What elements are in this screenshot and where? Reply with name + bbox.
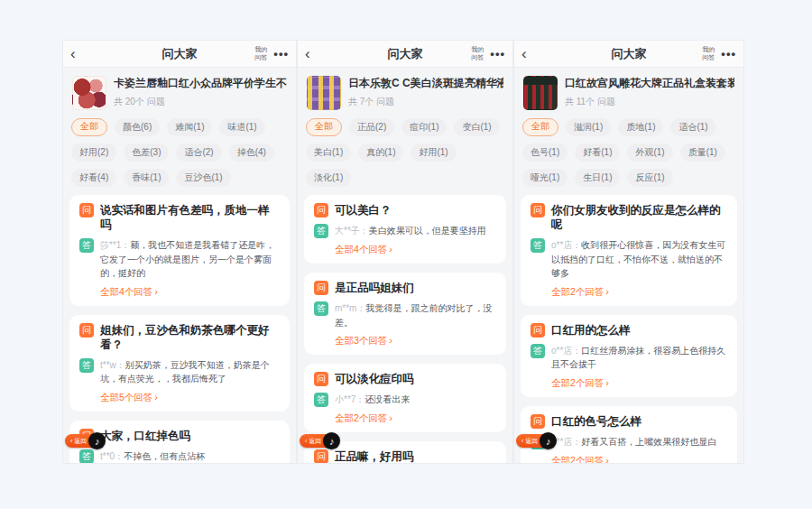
product-thumbnail (72, 76, 106, 110)
view-all-answers-link[interactable]: 全部3个回答› (335, 334, 496, 347)
filter-tag-all[interactable]: 全部 (71, 118, 107, 136)
back-chevron-icon: ‹ (521, 438, 523, 444)
product-question-count: 共 11个 问题 (565, 96, 734, 108)
filter-tag[interactable]: 好看(4) (71, 169, 116, 187)
view-all-answers-link[interactable]: 全部4个回答› (100, 285, 280, 298)
filter-tag[interactable]: 好看(1) (575, 143, 620, 162)
view-all-answers-link[interactable]: 全部2个回答› (551, 285, 727, 298)
filter-tags: 全部 颜色(6) 难闻(1) 味道(1) 好用(2) 色差(3) 适合(2) 掉… (63, 113, 296, 195)
answer-text: 不掉色，但有点沾杯 (124, 451, 205, 461)
answer-username: 莎**1： (100, 240, 130, 250)
filter-tag[interactable]: 正品(2) (349, 118, 394, 136)
question-card[interactable]: 问 口红用的怎么样 答 o**店：口红丝滑易涂抹，很容易上色很持久且不会拔干 全… (521, 315, 737, 397)
filter-tag-all[interactable]: 全部 (306, 118, 342, 136)
my-qa-button[interactable]: 我的问答 (254, 46, 267, 62)
filter-tag[interactable]: 好用(2) (71, 143, 116, 162)
filter-tag[interactable]: 豆沙色(1) (176, 169, 230, 187)
filter-tag[interactable]: 色差(3) (124, 143, 169, 162)
answer-username: o**店： (551, 240, 581, 250)
view-all-answers-link[interactable]: 全部2个回答› (551, 454, 727, 464)
filter-tag[interactable]: 质量(1) (680, 143, 725, 162)
filter-tag[interactable]: 滋润(1) (566, 118, 611, 136)
question-card[interactable]: 问 可以淡化痘印吗 答 小**7：还没看出来 全部2个回答› (304, 364, 506, 432)
product-summary[interactable]: 卡姿兰唇釉口红小众品牌平价学生不掉... 共 20个 问题 (63, 68, 296, 113)
chevron-right-icon: › (605, 454, 609, 464)
question-card[interactable]: 问 说实话和图片有色差吗，质地一样吗 答 莎**1：额，我也不知道是我看错了还是… (69, 195, 290, 306)
filter-tag[interactable]: 适合(2) (176, 143, 221, 162)
filter-tag[interactable]: 淡化(1) (306, 169, 351, 187)
return-label: 返回 (74, 437, 87, 446)
chevron-right-icon: › (154, 285, 158, 298)
answer-icon: 答 (79, 238, 94, 253)
back-icon[interactable]: ‹ (305, 46, 310, 61)
filter-tag[interactable]: 掉色(4) (229, 143, 274, 162)
product-thumbnail (307, 76, 341, 110)
question-text: 是正品吗姐妹们 (335, 281, 414, 295)
page-title: 问大家 (162, 46, 198, 62)
question-text: 姐妹们，豆沙色和奶茶色哪个更好看？ (100, 323, 280, 352)
qa-screen-2: ‹ 问大家 我的问答 ••• 日本乐敦C C美白淡斑提亮精华液 亮白... 共 … (298, 41, 512, 463)
filter-tag[interactable]: 美白(1) (306, 143, 351, 162)
more-icon[interactable]: ••• (490, 47, 505, 60)
filter-tags: 全部 正品(2) 痘印(1) 变白(1) 美白(1) 真的(1) 好用(1) 淡… (298, 113, 512, 195)
tiktok-icon: ♪ (540, 432, 557, 449)
question-icon: 问 (314, 281, 328, 295)
tiktok-return-badge[interactable]: ‹返回 ♪ (300, 432, 340, 449)
back-icon[interactable]: ‹ (521, 46, 527, 61)
tiktok-icon: ♪ (323, 432, 340, 449)
view-all-answers-link[interactable]: 全部5个回答› (100, 391, 280, 403)
more-icon[interactable]: ••• (721, 47, 736, 60)
header: ‹ 问大家 我的问答 ••• (514, 41, 743, 68)
question-icon: 问 (314, 372, 328, 386)
question-card[interactable]: 问 是正品吗姐妹们 答 m**m：我觉得是，跟之前的对比了，没差。 全部3个回答… (304, 273, 506, 355)
tiktok-icon: ♪ (88, 432, 106, 449)
tiktok-return-badge[interactable]: ‹返回 ♪ (516, 432, 557, 449)
filter-tag[interactable]: 变白(1) (454, 118, 499, 136)
filter-tag[interactable]: 生日(1) (575, 169, 620, 187)
my-qa-button[interactable]: 我的问答 (471, 46, 484, 62)
back-icon[interactable]: ‹ (70, 46, 76, 61)
product-summary[interactable]: 口红故宫风雕花大牌正品礼盒装套装女... 共 11个 问题 (514, 68, 743, 113)
product-title: 口红故宫风雕花大牌正品礼盒装套装女... (565, 76, 734, 91)
page-title: 问大家 (388, 46, 423, 62)
answer-text: 别买奶茶，豆沙我不知道，奶茶是个坑，有点荧光，，我都后悔死了 (100, 360, 270, 384)
filter-tag[interactable]: 外观(1) (627, 143, 672, 162)
my-qa-button[interactable]: 我的问答 (702, 46, 715, 62)
question-text: 可以淡化痘印吗 (335, 372, 414, 386)
view-all-answers-link[interactable]: 全部4个回答› (335, 243, 496, 255)
question-card[interactable]: 问 姐妹们，豆沙色和奶茶色哪个更好看？ 答 t**w：别买奶茶，豆沙我不知道，奶… (69, 315, 290, 412)
filter-tag[interactable]: 哑光(1) (522, 169, 567, 187)
view-all-answers-link[interactable]: 全部2个回答› (551, 376, 727, 389)
more-icon[interactable]: ••• (273, 47, 289, 60)
filter-tag[interactable]: 好用(1) (411, 143, 456, 162)
question-icon: 问 (531, 414, 545, 429)
filter-tag[interactable]: 痘印(1) (401, 118, 447, 136)
back-chevron-icon: ‹ (70, 438, 72, 444)
filter-tag[interactable]: 色号(1) (522, 143, 567, 162)
filter-tag[interactable]: 真的(1) (358, 143, 403, 162)
page-title: 问大家 (612, 46, 647, 62)
view-all-answers-link[interactable]: 全部2个回答› (335, 412, 496, 424)
question-text: 大家，口红掉色吗 (100, 429, 190, 443)
filter-tag[interactable]: 质地(1) (618, 118, 663, 136)
tiktok-return-badge[interactable]: ‹返回 ♪ (65, 432, 106, 449)
return-label: 返回 (309, 437, 321, 446)
chevron-right-icon: › (154, 391, 158, 403)
product-title: 卡姿兰唇釉口红小众品牌平价学生不掉... (114, 76, 287, 91)
question-card[interactable]: 问 你们女朋友收到的反应是怎么样的呢 答 o**店：收到很开心很惊喜，因为没有女… (521, 195, 737, 306)
filter-tag[interactable]: 反应(1) (627, 169, 672, 187)
filter-tag[interactable]: 适合(1) (670, 118, 715, 136)
filter-tag[interactable]: 香味(1) (124, 169, 169, 187)
question-icon: 问 (531, 203, 545, 217)
question-text: 说实话和图片有色差吗，质地一样吗 (100, 203, 280, 232)
filter-tag-all[interactable]: 全部 (522, 118, 558, 136)
filter-tag[interactable]: 难闻(1) (167, 118, 212, 136)
answer-text: 美白效果可以，但是要坚持用 (369, 226, 486, 236)
question-card[interactable]: 问 可以美白？ 答 大**子：美白效果可以，但是要坚持用 全部4个回答› (304, 195, 506, 264)
answer-username: 小**7： (335, 394, 364, 404)
filter-tag[interactable]: 颜色(6) (115, 118, 160, 136)
return-label: 返回 (525, 437, 538, 446)
filter-tag[interactable]: 味道(1) (219, 118, 264, 136)
product-summary[interactable]: 日本乐敦C C美白淡斑提亮精华液 亮白... 共 7个 问题 (298, 68, 512, 113)
header: ‹ 问大家 我的问答 ••• (298, 41, 512, 68)
